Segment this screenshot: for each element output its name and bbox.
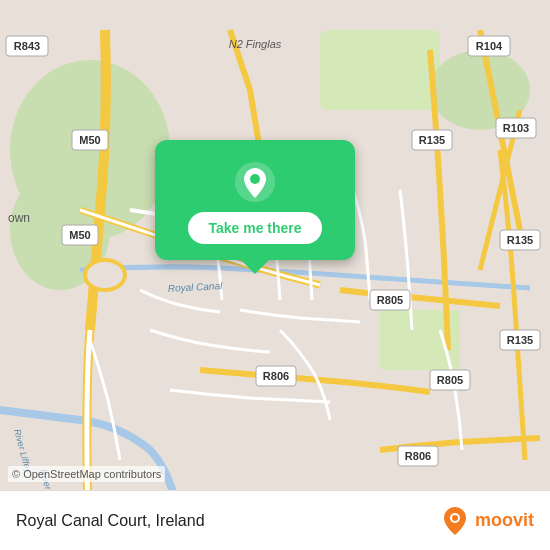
svg-text:R135: R135 [507,334,533,346]
svg-point-40 [452,515,458,521]
svg-point-7 [93,266,117,284]
location-name: Royal Canal Court, Ireland [16,512,205,530]
svg-text:M50: M50 [79,134,100,146]
map-container: R843 N2 Finglas R104 M50 M50 R135 R103 R… [0,0,550,550]
svg-text:M50: M50 [69,229,90,241]
svg-text:R104: R104 [476,40,503,52]
svg-text:R805: R805 [437,374,463,386]
svg-rect-3 [320,30,440,110]
svg-text:own: own [8,211,30,225]
moovit-brand-text: moovit [475,510,534,531]
svg-text:R135: R135 [507,234,533,246]
take-me-there-button[interactable]: Take me there [188,212,321,244]
moovit-icon [439,505,471,537]
moovit-logo: moovit [439,505,534,537]
map-attribution: © OpenStreetMap contributors [8,466,165,482]
svg-point-38 [250,174,260,184]
svg-text:R805: R805 [377,294,403,306]
svg-text:R103: R103 [503,122,529,134]
svg-text:R806: R806 [405,450,431,462]
location-popup: Take me there [155,140,355,260]
svg-text:R135: R135 [419,134,445,146]
map-pin-icon [233,160,277,204]
svg-text:R843: R843 [14,40,40,52]
svg-text:R806: R806 [263,370,289,382]
bottom-info-bar: Royal Canal Court, Ireland moovit [0,490,550,550]
svg-text:N2 Finglas: N2 Finglas [229,38,282,50]
